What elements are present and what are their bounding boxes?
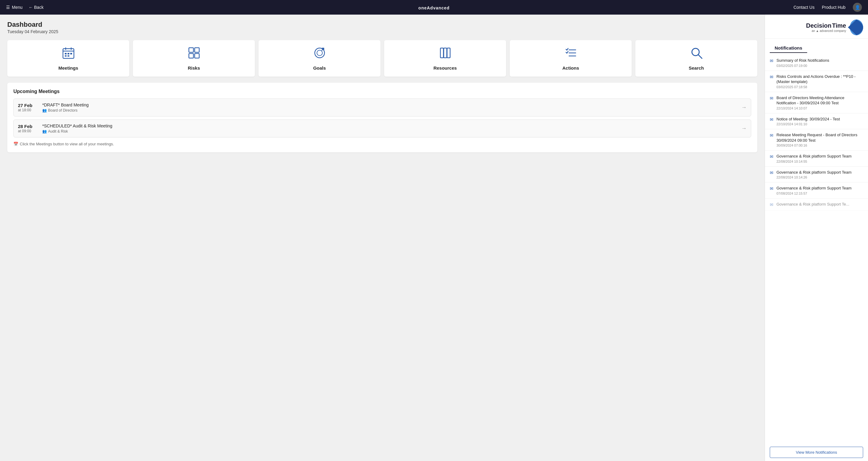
notification-item-7[interactable]: ✉ Governance & Risk platform Support Tea…	[765, 182, 868, 198]
logo-advanced-text: advanced company	[819, 29, 846, 33]
contact-us-link[interactable]: Contact Us	[794, 5, 814, 10]
search-icon	[690, 46, 703, 62]
upcoming-meetings-title: Upcoming Meetings	[13, 89, 751, 94]
notif-envelope-icon-6: ✉	[770, 170, 773, 175]
back-label: Back	[34, 5, 43, 10]
product-hub-link[interactable]: Product Hub	[822, 5, 845, 10]
logo-advanced-icon: ▲	[816, 29, 819, 33]
notif-content-4: Release Meeting Request - Board of Direc…	[776, 132, 863, 147]
notif-time-5: 22/08/2024 10:14:55	[776, 160, 863, 163]
meeting-item-1[interactable]: 27 Feb at 18:00 *DRAFT* Board Meeting 👥 …	[13, 98, 751, 117]
notif-envelope-icon-1: ✉	[770, 74, 773, 80]
meeting-info-1: *DRAFT* Board Meeting 👥 Board of Directo…	[42, 102, 741, 113]
meeting-group-2: 👥 Audit & Risk	[42, 129, 741, 133]
notifications-section: Notifications ✉ Summary of Risk Notifica…	[765, 39, 868, 444]
search-card[interactable]: Search	[636, 40, 757, 76]
svg-rect-5	[67, 53, 69, 55]
meeting-time-2: at 09:00	[18, 129, 42, 133]
group-icon-2: 👥	[42, 129, 47, 133]
notif-content-3: Notice of Meeting: 30/09/2024 - Test 22/…	[776, 117, 863, 126]
notif-title-5: Governance & Risk platform Support Team	[776, 154, 863, 159]
group-icon-1: 👥	[42, 108, 47, 113]
notif-time-0: 03/02/2025 07:19:00	[776, 64, 863, 67]
sidebar-logo: Decision Time an ▲ advanced company	[765, 14, 868, 39]
goals-card[interactable]: Goals	[258, 40, 380, 76]
meetings-label: Meetings	[58, 65, 78, 70]
notif-envelope-icon-4: ✉	[770, 133, 773, 138]
notif-time-2: 22/10/2024 14:10:07	[776, 106, 863, 110]
menu-label: Menu	[12, 5, 23, 10]
notification-item-6[interactable]: ✉ Governance & Risk platform Support Tea…	[765, 167, 868, 183]
notif-content-0: Summary of Risk Notifications 03/02/2025…	[776, 58, 863, 67]
svg-rect-8	[67, 55, 69, 57]
dashboard-cards: Meetings Risks	[7, 40, 757, 76]
notif-title-4: Release Meeting Request - Board of Direc…	[776, 132, 863, 143]
notification-item-2[interactable]: ✉ Board of Directors Meeting Attendance …	[765, 92, 868, 114]
meeting-day-2: 28 Feb	[18, 124, 42, 129]
meetings-card[interactable]: Meetings	[7, 40, 129, 76]
meeting-day-1: 27 Feb	[18, 103, 42, 108]
meetings-hint-icon: 📅	[13, 142, 18, 146]
meeting-arrow-1: →	[741, 104, 747, 111]
main-layout: Dashboard Tuesday 04 February 2025	[0, 14, 868, 461]
notif-content-8: Governance & Risk platform Support Te...	[776, 202, 863, 207]
meeting-name-1: *DRAFT* Board Meeting	[42, 102, 741, 107]
search-label: Search	[688, 65, 704, 70]
meeting-date-1: 27 Feb at 18:00	[18, 103, 42, 112]
resources-label: Resources	[433, 65, 457, 70]
risks-label: Risks	[188, 65, 200, 70]
notif-content-2: Board of Directors Meeting Attendance No…	[776, 95, 863, 110]
logo-shape-container	[848, 19, 863, 36]
menu-button[interactable]: ☰ Menu	[6, 5, 23, 10]
notification-item-8[interactable]: ✉ Governance & Risk platform Support Te.…	[765, 198, 868, 210]
main-content: Dashboard Tuesday 04 February 2025	[0, 14, 765, 461]
notification-list: ✉ Summary of Risk Notifications 03/02/20…	[765, 54, 868, 212]
logo-sub: an	[812, 29, 816, 33]
view-more-notifications-button[interactable]: View More Notifications	[770, 447, 863, 458]
svg-line-23	[698, 55, 702, 58]
notification-item-4[interactable]: ✉ Release Meeting Request - Board of Dir…	[765, 129, 868, 151]
svg-rect-7	[65, 55, 67, 57]
notif-envelope-icon-8: ✉	[770, 202, 773, 207]
notif-envelope-icon-0: ✉	[770, 58, 773, 63]
notification-item-1[interactable]: ✉ Risks Controls and Actions Overdue : *…	[765, 71, 868, 92]
notifications-header: Notifications	[770, 42, 807, 53]
actions-label: Actions	[562, 65, 579, 70]
notif-envelope-icon-3: ✉	[770, 117, 773, 122]
meeting-date-2: 28 Feb at 09:00	[18, 124, 42, 133]
notif-time-7: 07/08/2024 12:15:57	[776, 191, 863, 195]
notification-item-5[interactable]: ✉ Governance & Risk platform Support Tea…	[765, 151, 868, 167]
notif-time-3: 22/10/2024 14:01:10	[776, 122, 863, 126]
meeting-name-2: *SCHEDULED* Audit & Risk Meeting	[42, 123, 741, 128]
notif-time-6: 22/08/2024 10:14:26	[776, 176, 863, 179]
goals-label: Goals	[313, 65, 326, 70]
back-arrow-icon: ←	[29, 5, 33, 10]
meetings-icon	[62, 46, 75, 62]
notif-envelope-icon-7: ✉	[770, 186, 773, 191]
notif-title-2: Board of Directors Meeting Attendance No…	[776, 95, 863, 106]
notif-content-7: Governance & Risk platform Support Team …	[776, 185, 863, 195]
notification-item-3[interactable]: ✉ Notice of Meeting: 30/09/2024 - Test 2…	[765, 114, 868, 129]
notif-content-1: Risks Controls and Actions Overdue : **P…	[776, 74, 863, 89]
meeting-time-1: at 18:00	[18, 108, 42, 112]
hamburger-icon: ☰	[6, 5, 10, 10]
svg-rect-9	[189, 48, 193, 52]
risks-card[interactable]: Risks	[133, 40, 255, 76]
svg-rect-4	[65, 53, 67, 55]
user-avatar[interactable]: 👤	[853, 3, 862, 12]
notif-content-6: Governance & Risk platform Support Team …	[776, 170, 863, 179]
actions-card[interactable]: Actions	[510, 40, 632, 76]
notif-time-4: 30/09/2024 07:00:16	[776, 144, 863, 147]
notif-envelope-icon-5: ✉	[770, 154, 773, 159]
meeting-info-2: *SCHEDULED* Audit & Risk Meeting 👥 Audit…	[42, 123, 741, 133]
meetings-panel: Upcoming Meetings 27 Feb at 18:00 *DRAFT…	[7, 83, 757, 152]
notif-title-6: Governance & Risk platform Support Team	[776, 170, 863, 175]
back-button[interactable]: ← Back	[29, 5, 43, 10]
svg-rect-18	[447, 48, 450, 58]
resources-card[interactable]: Resources	[384, 40, 506, 76]
meeting-item-2[interactable]: 28 Feb at 09:00 *SCHEDULED* Audit & Risk…	[13, 120, 751, 137]
notification-item-0[interactable]: ✉ Summary of Risk Notifications 03/02/20…	[765, 55, 868, 71]
logo-shape-svg	[848, 19, 863, 36]
svg-rect-11	[189, 54, 193, 58]
logo-text: Decision Time an ▲ advanced company	[806, 22, 846, 33]
